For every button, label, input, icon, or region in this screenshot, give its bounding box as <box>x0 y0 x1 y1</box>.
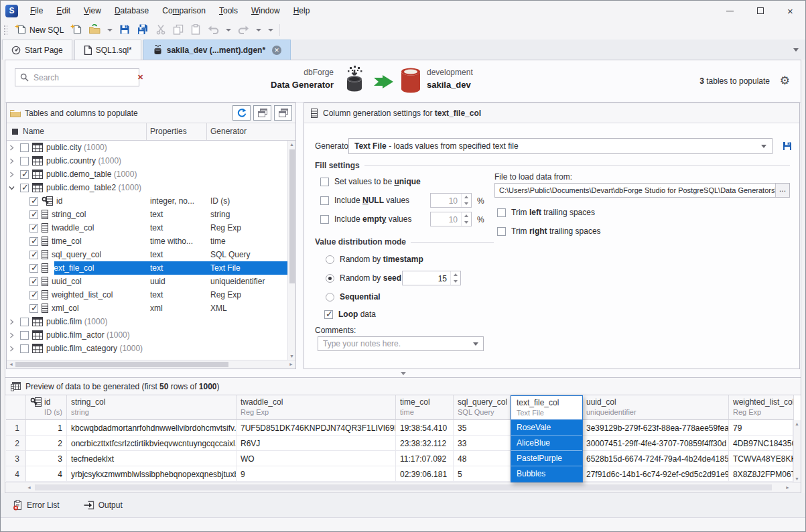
file-path-input[interactable]: C:\Users\Public\Documents\Devart\dbForge… <box>494 183 790 198</box>
tree-header-name[interactable]: Name <box>23 127 44 136</box>
row-header[interactable]: 4 <box>6 466 26 482</box>
row-checkbox[interactable] <box>29 224 38 232</box>
preview-cell[interactable]: 4DB97NC18435G9 <box>729 436 794 451</box>
trim-right-checkbox[interactable]: Trim right trailing spaces <box>497 226 601 236</box>
row-checkbox[interactable] <box>29 291 38 300</box>
tab-close-icon[interactable]: ✕ <box>272 46 281 55</box>
scroll-up-icon[interactable]: ▲ <box>289 142 294 147</box>
scroll-down-icon[interactable]: ▼ <box>289 354 294 358</box>
row-checkbox[interactable] <box>20 344 29 353</box>
dropdown-item-rosevale[interactable]: RoseVale <box>511 420 582 436</box>
toolwindow-tab-output[interactable]: Output <box>84 501 123 510</box>
toolbar-grip[interactable] <box>3 25 7 36</box>
dropdown-item-bubbles[interactable]: Bubbles <box>511 466 582 482</box>
chevron-right-icon[interactable] <box>7 330 16 340</box>
tree-row-text_file_col[interactable]: text_file_coltextText File <box>7 261 295 275</box>
browse-button[interactable]: ... <box>775 184 789 197</box>
preview-cell[interactable]: 6528b15d-6674-724f-79a4-4b24de418577 <box>582 451 729 466</box>
row-checkbox[interactable] <box>20 143 29 152</box>
row-checkbox[interactable] <box>20 184 29 192</box>
scroll-left-icon[interactable]: ◄ <box>9 362 13 367</box>
generator-combobox[interactable]: Text File - loads values from specified … <box>348 138 773 154</box>
random-by-seed-radio[interactable]: Random by seed <box>326 273 401 283</box>
set-unique-checkbox[interactable]: Set values to be unique <box>320 177 421 186</box>
null-percent-spinner[interactable]: 10 <box>430 193 472 208</box>
preview-cell[interactable]: 3 <box>26 451 67 466</box>
row-checkbox[interactable] <box>29 237 38 246</box>
collapse-all-button[interactable] <box>274 105 292 121</box>
menu-item-window[interactable]: Window <box>245 3 287 18</box>
include-null-checkbox[interactable]: Include NULL values <box>320 196 409 205</box>
maximize-button[interactable] <box>745 1 775 21</box>
preview-column-header-uuid_col[interactable]: uuid_coluniqueidentifier <box>582 395 729 420</box>
chevron-right-icon[interactable] <box>7 170 16 179</box>
preview-cell[interactable]: 11:17:07.092 <box>396 451 454 466</box>
checkbox-icon[interactable] <box>320 178 329 186</box>
preview-cell[interactable]: 23:38:32.112 <box>396 436 454 451</box>
row-checkbox[interactable] <box>20 170 29 179</box>
chevron-right-icon[interactable] <box>7 317 16 326</box>
tab-sql1-sql-[interactable]: SQL1.sql* <box>74 40 141 60</box>
include-empty-checkbox[interactable]: Include empty values <box>320 214 411 224</box>
menu-item-comparison[interactable]: Comparison <box>155 3 212 18</box>
loop-data-checkbox[interactable]: Loop data <box>324 310 376 319</box>
gear-icon[interactable]: ⚙ <box>780 74 790 88</box>
radio-icon[interactable] <box>326 255 334 264</box>
scroll-right-icon[interactable]: ► <box>785 485 790 490</box>
close-button[interactable]: × <box>775 1 805 21</box>
open-file-button[interactable] <box>85 22 104 38</box>
tree-row-public.film_category[interactable]: public.film_category (1000) <box>7 342 295 355</box>
preview-column-header-time_col[interactable]: time_coltime <box>396 395 454 420</box>
menu-item-edit[interactable]: Edit <box>50 3 77 18</box>
seed-spinner[interactable]: 15 <box>402 271 461 285</box>
preview-cell[interactable]: 30007451-29ff-4fe4-3707-70859f4ff30d <box>582 436 729 451</box>
tree-row-public.demo_table2[interactable]: public.demo_table2 (1000) <box>7 181 295 194</box>
preview-column-header-id[interactable]: idID (s) <box>26 395 67 420</box>
new-file-button[interactable] <box>67 22 85 38</box>
row-header[interactable]: 3 <box>6 451 26 466</box>
preview-horizontal-scrollbar[interactable]: ◄ ► <box>5 482 801 492</box>
row-checkbox[interactable] <box>29 197 38 206</box>
preview-column-header-sql_query_col[interactable]: sql_query_colSQL Query <box>454 395 511 420</box>
tree-vertical-scrollbar[interactable]: ▲ ▼ <box>287 141 295 360</box>
tree-row-xml_col[interactable]: xml_colxmlXML <box>7 302 295 315</box>
scroll-thumb[interactable] <box>35 484 772 490</box>
tree-row-uuid_col[interactable]: uuid_coluuiduniqueidentifier <box>7 275 295 288</box>
radio-icon[interactable] <box>326 274 334 283</box>
preview-cell[interactable]: yrbjcsykxzmwmblwlssibphebqnopexqnesbjtux… <box>67 466 237 482</box>
tree-row-public.film[interactable]: public.film (1000) <box>7 315 295 328</box>
scroll-right-icon[interactable]: ► <box>289 362 293 367</box>
save-generator-icon[interactable] <box>782 141 793 153</box>
row-header-corner[interactable] <box>6 395 26 420</box>
menu-item-help[interactable]: Help <box>287 3 317 18</box>
checkbox-icon[interactable] <box>320 196 329 205</box>
preview-cell[interactable]: tecfnedeklxt <box>67 451 237 466</box>
checkbox-icon[interactable] <box>320 215 329 224</box>
tab-sakila-dev-ment-dgen-[interactable]: sakila_dev (...ment).dgen*✕ <box>143 40 291 60</box>
preview-cell[interactable]: TCWVA48YE8KKA <box>729 451 794 466</box>
preview-cell[interactable]: 9 <box>237 466 396 482</box>
tree-row-twaddle_col[interactable]: twaddle_coltextReg Exp <box>7 221 295 235</box>
dropdown-anchor-cell[interactable]: text_file_col Text File <box>511 396 582 420</box>
menu-item-file[interactable]: File <box>23 3 50 18</box>
row-checkbox[interactable] <box>29 264 38 273</box>
chevron-right-icon[interactable] <box>7 143 16 152</box>
search-input[interactable] <box>33 73 137 82</box>
search-clear-icon[interactable]: ✕ <box>137 73 143 82</box>
tab-start-page[interactable]: Start Page <box>2 40 72 60</box>
copy-button[interactable] <box>170 22 187 38</box>
scroll-down-icon[interactable]: ▼ <box>795 476 799 481</box>
preview-cell[interactable]: 3e39129b-279f-623f-88ea-778aee59fea3 <box>582 420 729 436</box>
tree-horizontal-scrollbar[interactable]: ◄ ► <box>7 360 295 369</box>
preview-cell[interactable]: WO <box>237 451 396 466</box>
tree-row-string_col[interactable]: string_coltextstring <box>7 208 295 221</box>
preview-column-header-twaddle_col[interactable]: twaddle_colReg Exp <box>237 395 396 420</box>
save-button[interactable] <box>116 22 133 38</box>
scroll-left-icon[interactable]: ◄ <box>27 485 31 490</box>
row-header[interactable]: 1 <box>6 420 26 436</box>
toolwindow-tab-error-list[interactable]: Error List <box>13 500 60 511</box>
preview-cell[interactable]: kbcwqbdadmortanrfohdnwwellvibrdohcmvtsif… <box>67 420 237 436</box>
row-checkbox[interactable] <box>29 210 38 219</box>
scroll-thumb[interactable] <box>289 149 295 283</box>
preview-cell[interactable]: oncrbiczttxtfcsrlzctirtikbvieqvwcntuyngc… <box>67 436 237 451</box>
